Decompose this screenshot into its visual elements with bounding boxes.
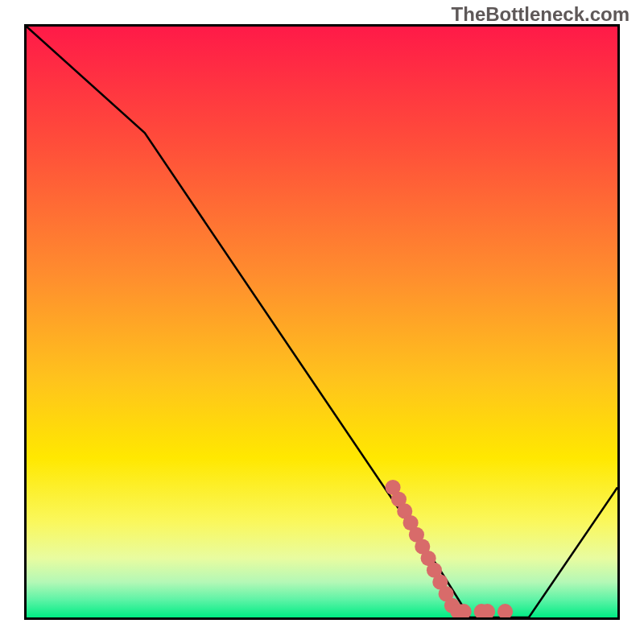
chart-svg: [27, 27, 617, 617]
bottleneck-curve: [27, 27, 617, 617]
svg-point-16: [497, 604, 513, 617]
watermark-text: TheBottleneck.com: [452, 3, 630, 26]
plot-area: [24, 24, 620, 620]
accent-dots: [386, 480, 514, 617]
